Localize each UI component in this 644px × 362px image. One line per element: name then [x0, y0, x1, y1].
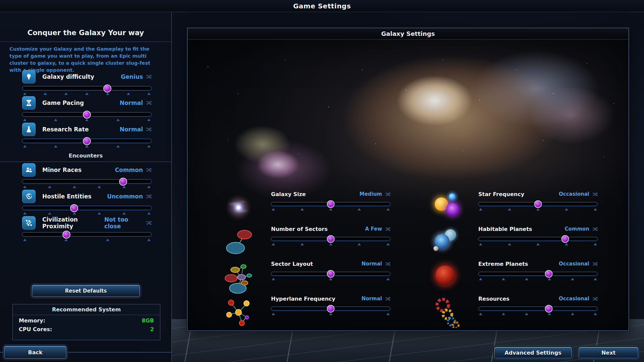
- slider-knob[interactable]: [534, 200, 542, 208]
- slider-knob[interactable]: [119, 178, 127, 186]
- slider-knob[interactable]: [545, 270, 552, 278]
- slider-label: Galaxy Size: [271, 191, 306, 197]
- reset-defaults-button[interactable]: Reset Defaults: [32, 285, 140, 297]
- shuffle-icon[interactable]: [146, 194, 152, 199]
- title-bar: Game Settings: [0, 0, 644, 12]
- slider-label: Star Frequency: [478, 191, 524, 197]
- slider-track[interactable]: [271, 272, 390, 276]
- shuffle-icon[interactable]: [592, 192, 598, 196]
- shuffle-icon[interactable]: [146, 127, 152, 132]
- cpu-cores-row: CPU Cores: 2: [13, 324, 160, 333]
- slider-label: Hostile Entities: [42, 193, 92, 200]
- slider-knob[interactable]: [561, 235, 569, 243]
- sidebar-heading: Conquer the Galaxy Your way: [0, 29, 171, 37]
- shuffle-icon[interactable]: [385, 262, 390, 266]
- shuffle-icon[interactable]: [592, 297, 598, 301]
- star-speckles: [0, 12, 0, 12]
- recommended-system-panel: Recommended System Memory: 8GB CPU Cores…: [12, 304, 160, 340]
- encounters-heading: Encounters: [0, 153, 171, 159]
- slider-ticks: [271, 242, 390, 246]
- slider-group-hostile-entities: Hostile Entities Uncommon: [22, 190, 152, 216]
- slider-group-galaxy-size: Galaxy Size Medium: [271, 189, 390, 212]
- shuffle-icon[interactable]: [146, 74, 152, 79]
- shuffle-icon[interactable]: [146, 168, 152, 172]
- galaxy-settings-header: Galaxy Settings: [187, 28, 629, 40]
- galaxy-settings-title: Galaxy Settings: [381, 30, 435, 37]
- shuffle-icon[interactable]: [592, 262, 598, 266]
- slider-knob[interactable]: [83, 137, 91, 145]
- slider-ticks: [22, 238, 152, 242]
- slider-value: Occasional: [559, 296, 589, 302]
- slider-value: Medium: [360, 191, 382, 197]
- slider-value: Occasional: [559, 261, 589, 267]
- lightbulb-icon: [22, 70, 36, 83]
- slider-ticks: [22, 212, 152, 216]
- slider-ticks: [478, 242, 598, 246]
- slider-knob[interactable]: [70, 204, 78, 212]
- next-button[interactable]: Next: [579, 347, 638, 358]
- slider-group-research-rate: Research Rate Normal: [22, 123, 152, 148]
- slider-track[interactable]: [271, 307, 390, 311]
- slider-track[interactable]: [22, 86, 152, 90]
- lava-planet-icon: [433, 261, 462, 292]
- shuffle-icon[interactable]: [385, 297, 390, 301]
- shuffle-icon[interactable]: [385, 192, 390, 196]
- setup-sidebar: Conquer the Galaxy Your way Customize yo…: [0, 12, 172, 362]
- resource-wheels-icon: [433, 297, 462, 328]
- slider-value: Not too close: [104, 216, 143, 230]
- shuffle-icon[interactable]: [146, 221, 152, 225]
- vignette: [187, 40, 629, 330]
- slider-knob[interactable]: [327, 235, 335, 243]
- slider-group-number-of-sectors: Number of Sectors A Few: [271, 224, 390, 246]
- slider-value: Common: [565, 226, 589, 232]
- slider-label: Minor Races: [42, 167, 82, 173]
- habitable-planets-icon: [433, 227, 462, 258]
- slider-label: Habitable Planets: [478, 226, 532, 232]
- slider-group-game-pacing: Game Pacing Normal: [22, 96, 152, 122]
- slider-knob[interactable]: [103, 84, 111, 93]
- slider-track[interactable]: [478, 307, 598, 311]
- slider-knob[interactable]: [327, 200, 335, 208]
- slider-value: Normal: [362, 261, 382, 267]
- slider-track[interactable]: [478, 237, 598, 241]
- slider-track[interactable]: [22, 139, 152, 143]
- slider-ticks: [271, 312, 390, 316]
- slider-knob[interactable]: [83, 111, 91, 119]
- slider-label: Galaxy difficulty: [42, 73, 94, 80]
- back-button[interactable]: Back: [4, 346, 66, 359]
- slider-value: Occasional: [559, 191, 589, 197]
- slider-knob[interactable]: [327, 270, 335, 278]
- slider-ticks: [22, 92, 152, 96]
- slider-track[interactable]: [478, 272, 598, 276]
- page-title: Game Settings: [293, 2, 351, 10]
- slider-ticks: [271, 207, 390, 212]
- sidebar-description: Customize your Galaxy and the Gameplay t…: [9, 46, 161, 74]
- slider-label: Game Pacing: [42, 100, 84, 106]
- slider-label: Extreme Planets: [478, 261, 528, 267]
- slider-knob[interactable]: [327, 305, 335, 313]
- shuffle-icon[interactable]: [385, 227, 390, 231]
- slider-ticks: [22, 118, 152, 122]
- slider-track[interactable]: [478, 202, 598, 206]
- slider-group-civilization-proximity: Civilization Proximity Not too close: [22, 216, 152, 242]
- advanced-settings-button[interactable]: Advanced Settings: [494, 347, 572, 358]
- shuffle-icon[interactable]: [146, 101, 152, 105]
- slider-knob[interactable]: [545, 305, 552, 313]
- slider-knob[interactable]: [62, 231, 70, 239]
- slider-track[interactable]: [22, 232, 152, 237]
- memory-row: Memory: 8GB: [13, 315, 160, 324]
- slider-track[interactable]: [271, 202, 390, 206]
- slider-track[interactable]: [22, 112, 152, 117]
- slider-group-extreme-planets: Extreme Planets Occasional: [478, 259, 598, 281]
- shuffle-icon[interactable]: [592, 227, 598, 231]
- slider-group-hyperlane-frequency: Hyperlane Frequency Normal: [271, 294, 390, 316]
- sector-pair-icon: [224, 227, 253, 258]
- slider-track[interactable]: [22, 206, 152, 210]
- memory-label: Memory:: [19, 317, 45, 324]
- slider-track[interactable]: [271, 237, 390, 241]
- slider-label: Sector Layout: [271, 261, 313, 267]
- slider-value: Genius: [121, 73, 143, 80]
- slider-track[interactable]: [22, 179, 152, 184]
- slider-ticks: [22, 185, 152, 189]
- slider-ticks: [478, 312, 598, 316]
